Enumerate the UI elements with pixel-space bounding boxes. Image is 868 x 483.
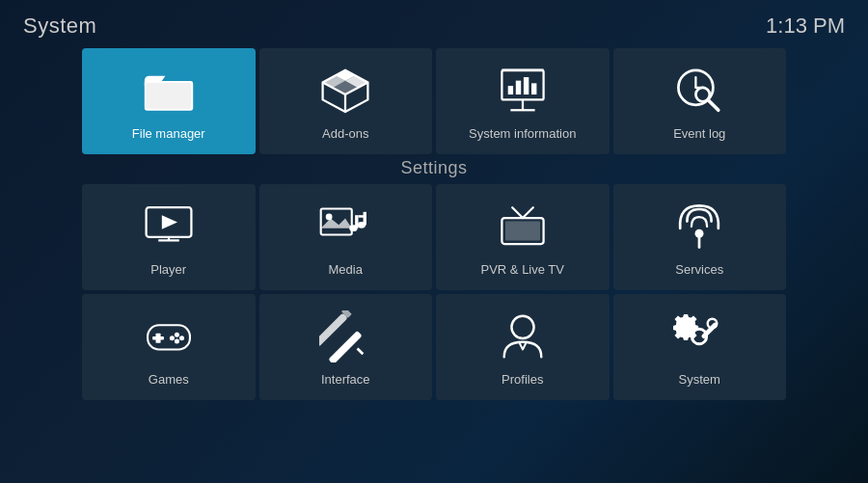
svg-rect-10 [502,69,543,99]
svg-marker-29 [321,218,352,228]
svg-point-47 [175,338,179,343]
svg-line-21 [708,99,719,110]
tile-profiles-label: Profiles [502,372,543,387]
profile-icon [497,310,549,362]
svg-rect-48 [329,330,363,362]
svg-rect-12 [516,80,521,94]
tile-file-manager[interactable]: File manager [82,48,256,154]
tile-pvr-live-tv[interactable]: PVR & Live TV [436,184,610,290]
page-title: System [23,13,96,39]
tile-profiles[interactable]: Profiles [436,294,610,400]
presentation-icon [497,65,549,117]
monitor-play-icon [143,201,195,253]
tile-system[interactable]: System [613,294,787,400]
settings-title: Settings [82,158,786,178]
box-icon [319,65,371,117]
svg-rect-43 [152,336,164,339]
svg-point-46 [170,335,175,340]
tile-media-label: Media [329,262,363,277]
tile-interface-label: Interface [321,372,370,387]
settings-row-2: Games Interface [82,294,786,400]
clock: 1:13 PM [766,13,845,39]
tile-system-information[interactable]: System information [436,48,610,154]
tile-games-label: Games [149,372,189,387]
svg-line-37 [512,207,523,218]
tile-add-ons[interactable]: Add-ons [259,48,433,154]
tile-pvr-live-tv-label: PVR & Live TV [481,262,564,277]
top-tiles-row: File manager Add-ons [0,48,868,154]
svg-point-52 [511,315,533,337]
gamepad-icon [143,310,195,362]
tile-add-ons-label: Add-ons [322,126,368,141]
svg-point-22 [696,87,710,100]
media-icon [319,201,371,253]
clock-magnify-icon [673,65,725,117]
svg-point-32 [349,225,357,231]
tile-interface[interactable]: Interface [259,294,433,400]
tile-event-log[interactable]: Event log [613,48,787,154]
tv-antenna-icon [497,201,549,253]
svg-rect-34 [359,215,366,218]
svg-point-45 [179,335,184,340]
tile-player-label: Player [150,262,186,277]
tile-media[interactable]: Media [259,184,433,290]
svg-point-33 [358,221,366,228]
tile-services-label: Services [675,262,723,277]
tile-system-information-label: System information [469,126,576,141]
svg-marker-24 [162,215,177,228]
svg-point-44 [175,332,179,336]
folder-icon [143,65,195,117]
svg-rect-1 [146,82,191,108]
svg-rect-14 [531,83,536,94]
broadcast-icon [673,201,725,253]
tile-system-label: System [679,372,720,387]
svg-rect-11 [507,86,512,94]
svg-line-38 [523,207,533,218]
svg-rect-13 [524,77,529,94]
header: System 1:13 PM [0,0,868,48]
tile-games[interactable]: Games [82,294,256,400]
svg-rect-49 [319,312,348,346]
tile-event-log-label: Event log [673,126,725,141]
system-gear-icon [673,310,725,362]
svg-point-39 [695,228,704,237]
tile-services[interactable]: Services [613,184,787,290]
settings-row-1: Player Media [82,184,786,290]
svg-marker-50 [357,347,365,355]
tools-icon [319,310,371,362]
svg-rect-36 [505,221,540,240]
tile-player[interactable]: Player [82,184,256,290]
settings-section: Settings Player [0,158,868,400]
tile-file-manager-label: File manager [132,126,205,141]
